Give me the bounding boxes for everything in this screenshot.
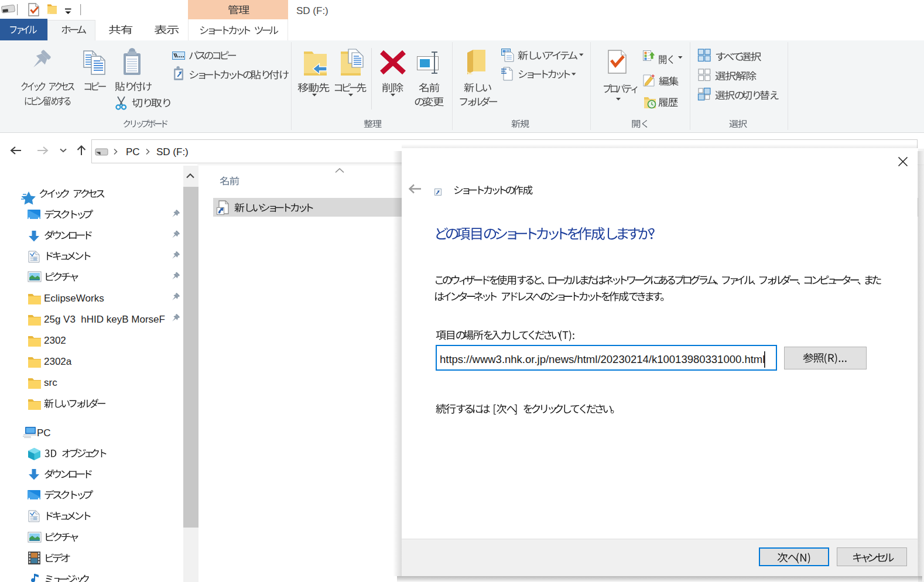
svg-text:src: src — [44, 377, 57, 388]
svg-text:PC: PC — [37, 427, 51, 439]
svg-text:SD (F:): SD (F:) — [296, 5, 328, 16]
svg-text:25g V3 hHID keyB MorseF: 25g V3 hHID keyB MorseF — [44, 314, 165, 325]
svg-text:2302: 2302 — [44, 335, 66, 346]
svg-text:EclipseWorks: EclipseWorks — [44, 293, 104, 304]
svg-text:2302a: 2302a — [44, 356, 72, 367]
